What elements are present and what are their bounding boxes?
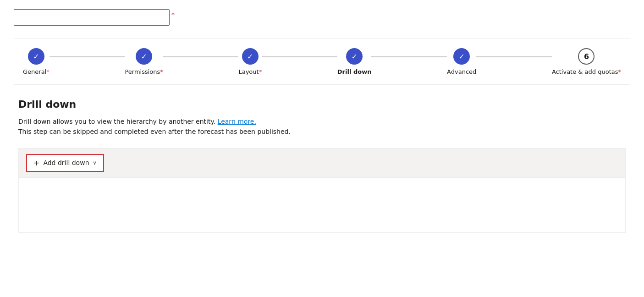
stepper-container: General* Permissions* Layout* xyxy=(14,38,630,85)
connector-1 xyxy=(50,56,125,57)
step-drill-down-circle xyxy=(346,48,363,65)
step-advanced[interactable]: Advanced xyxy=(447,48,476,75)
step-layout[interactable]: Layout* xyxy=(238,48,262,75)
step-activate[interactable]: 6 Activate & add quotas* xyxy=(552,48,621,75)
empty-drill-down-area xyxy=(19,177,625,232)
drill-down-area: + Add drill down ∨ xyxy=(18,148,626,233)
step-drill-down-label: Drill down xyxy=(337,68,372,75)
description-text-1: Drill down allows you to view the hierar… xyxy=(18,118,215,125)
page-title: Drill down xyxy=(18,99,626,110)
step-advanced-label: Advanced xyxy=(447,68,476,75)
connector-5 xyxy=(476,56,552,57)
step-general[interactable]: General* xyxy=(23,48,50,75)
connector-4 xyxy=(371,56,447,57)
step-layout-circle xyxy=(242,48,259,65)
step-activate-circle: 6 xyxy=(578,48,594,65)
plus-icon: + xyxy=(33,159,39,167)
add-drill-down-label: Add drill down xyxy=(43,159,89,166)
step-permissions-label: Permissions* xyxy=(125,68,163,75)
main-content: Drill down Drill down allows you to view… xyxy=(14,99,630,233)
add-drill-down-button[interactable]: + Add drill down ∨ xyxy=(26,154,104,172)
step-general-circle xyxy=(28,48,44,65)
title-required-star: * xyxy=(171,11,175,18)
step-general-label: General* xyxy=(23,68,50,75)
learn-more-link[interactable]: Learn more. xyxy=(218,118,256,125)
page-description: Drill down allows you to view the hierar… xyxy=(18,116,626,137)
connector-3 xyxy=(262,56,337,57)
chevron-down-icon: ∨ xyxy=(93,160,97,166)
step-drill-down[interactable]: Drill down xyxy=(337,48,372,75)
connector-2 xyxy=(163,56,239,57)
step-permissions-circle xyxy=(136,48,152,65)
step-activate-label: Activate & add quotas* xyxy=(552,68,621,75)
description-text-2: This step can be skipped and completed e… xyxy=(18,128,291,135)
step-permissions[interactable]: Permissions* xyxy=(125,48,163,75)
step-advanced-circle xyxy=(453,48,470,65)
forecast-title-input[interactable]: Kenny's Org FY2025 Forecast xyxy=(14,9,170,26)
step-layout-label: Layout* xyxy=(238,68,262,75)
